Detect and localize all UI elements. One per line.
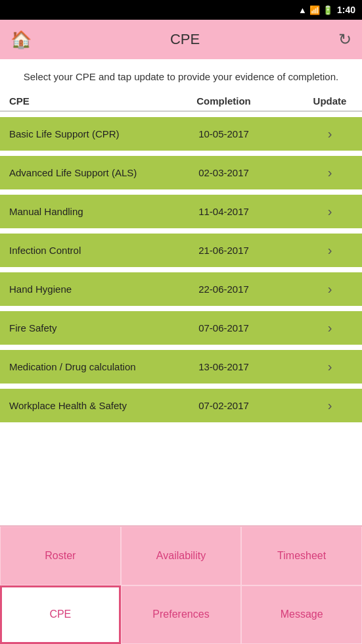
cpe-item-date: 21-06-2017 [141, 245, 307, 256]
chevron-right-icon: › [307, 398, 353, 413]
col-header-update: Update [307, 95, 353, 107]
chevron-right-icon: › [307, 243, 353, 258]
nav-item-cpe[interactable]: CPE [0, 585, 121, 645]
nav-item-roster[interactable]: Roster [0, 526, 121, 585]
cpe-item-name: Infection Control [9, 245, 141, 256]
status-icons: ▲ 📶 🔋 [298, 5, 333, 15]
home-icon[interactable]: 🏠 [11, 30, 32, 50]
chevron-right-icon: › [307, 359, 353, 374]
table-row[interactable]: Hand Hygiene 22-06-2017 › [0, 272, 362, 308]
bottom-nav: RosterAvailabilityTimesheetCPEPreference… [0, 526, 362, 644]
chevron-right-icon: › [307, 165, 353, 180]
wifi-icon: ▲ [298, 5, 307, 15]
cpe-item-date: 10-05-2017 [141, 128, 307, 139]
chevron-right-icon: › [307, 204, 353, 219]
nav-item-availability[interactable]: Availability [121, 526, 242, 585]
table-row[interactable]: Advanced Life Support (ALS) 02-03-2017 › [0, 156, 362, 191]
col-header-cpe: CPE [9, 95, 141, 107]
table-row[interactable]: Manual Handling 11-04-2017 › [0, 195, 362, 230]
cpe-item-name: Fire Safety [9, 322, 141, 334]
table-header: CPE Completion Update [0, 91, 362, 112]
nav-item-timesheet[interactable]: Timesheet [241, 526, 362, 585]
nav-item-preferences[interactable]: Preferences [121, 585, 242, 645]
cpe-list: Basic Life Support (CPR) 10-05-2017 › Ad… [0, 112, 362, 526]
nav-item-message[interactable]: Message [241, 585, 362, 645]
cpe-item-name: Medication / Drug calculation [9, 361, 141, 372]
status-bar: ▲ 📶 🔋 1:40 [0, 0, 362, 20]
chevron-right-icon: › [307, 126, 353, 141]
status-time: 1:40 [337, 5, 355, 15]
cpe-item-name: Advanced Life Support (ALS) [9, 167, 141, 178]
cpe-item-date: 07-02-2017 [141, 400, 307, 411]
signal-icon: 📶 [309, 5, 320, 15]
refresh-icon[interactable]: ↻ [338, 30, 351, 49]
table-row[interactable]: Workplace Health & Safety 07-02-2017 › [0, 389, 362, 424]
cpe-item-name: Workplace Health & Safety [9, 400, 141, 411]
page-subtitle: Select your CPE and tap update to provid… [0, 59, 362, 91]
cpe-item-date: 07-06-2017 [141, 322, 307, 334]
table-row[interactable]: Infection Control 21-06-2017 › [0, 234, 362, 269]
table-row[interactable]: Fire Safety 07-06-2017 › [0, 311, 362, 347]
chevron-right-icon: › [307, 320, 353, 335]
cpe-item-date: 13-06-2017 [141, 361, 307, 372]
chevron-right-icon: › [307, 282, 353, 297]
cpe-item-name: Manual Handling [9, 206, 141, 217]
table-row[interactable]: Basic Life Support (CPR) 10-05-2017 › [0, 117, 362, 153]
table-row[interactable]: Medication / Drug calculation 13-06-2017… [0, 350, 362, 385]
cpe-item-name: Hand Hygiene [9, 284, 141, 295]
cpe-item-date: 02-03-2017 [141, 167, 307, 178]
cpe-item-date: 11-04-2017 [141, 206, 307, 217]
battery-icon: 🔋 [323, 5, 333, 15]
col-header-completion: Completion [141, 95, 307, 107]
cpe-item-name: Basic Life Support (CPR) [9, 128, 141, 139]
app-header: 🏠 CPE ↻ [0, 20, 362, 59]
cpe-item-date: 22-06-2017 [141, 284, 307, 295]
page-title: CPE [32, 31, 338, 48]
